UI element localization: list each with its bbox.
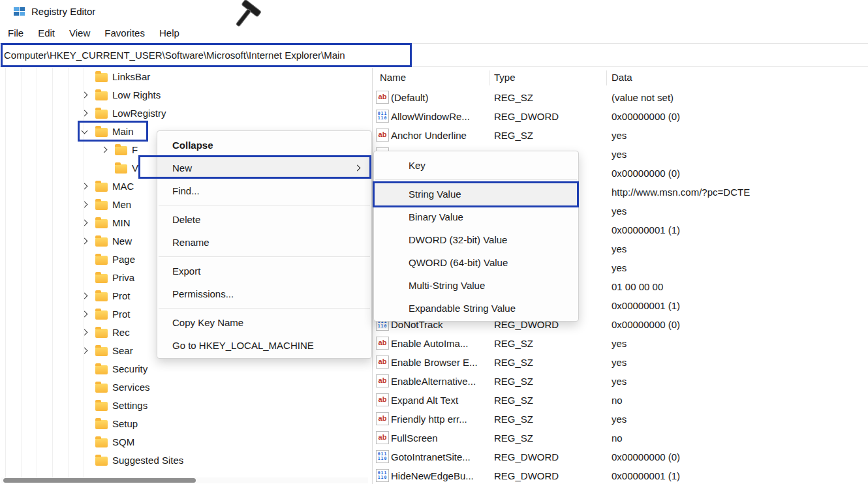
- window-title: Registry Editor: [31, 0, 95, 23]
- reg-sz-icon: ab: [376, 129, 389, 142]
- menubar-item-label: Favorites: [104, 27, 145, 38]
- chevron-icon[interactable]: [82, 238, 88, 245]
- value-type: REG_SZ: [494, 353, 533, 372]
- folder-icon: [115, 146, 127, 155]
- value-name: EnableAlternative...: [391, 372, 476, 391]
- chevron-icon[interactable]: [82, 202, 88, 208]
- tree-item-label: SQM: [112, 433, 134, 451]
- folder-icon: [95, 402, 108, 411]
- table-row[interactable]: ab Expand Alt Text REG_SZ no: [373, 391, 868, 410]
- menubar-item-help[interactable]: Help: [152, 23, 187, 43]
- column-header-type[interactable]: Type: [494, 68, 516, 87]
- tree-item-lowregistry[interactable]: LowRegistry: [0, 104, 372, 123]
- scrollbar-thumb[interactable]: [3, 478, 196, 483]
- value-name: FullScreen: [391, 429, 438, 447]
- tree-item-label: Priva: [112, 269, 134, 287]
- value-name: Anchor Underline: [391, 126, 467, 145]
- chevron-icon[interactable]: [82, 348, 88, 354]
- hammer-cursor-icon: [234, 0, 269, 35]
- folder-icon: [115, 164, 127, 174]
- table-row[interactable]: ab Enable AutoIma... REG_SZ yes: [373, 334, 868, 353]
- list-header: Name Type Data: [373, 68, 868, 87]
- folder-icon: [95, 347, 108, 356]
- menubar-item-label: Help: [159, 27, 179, 38]
- menu-item-new[interactable]: New: [157, 157, 371, 179]
- tree-item-label: Men: [112, 196, 131, 214]
- tree-item-label: Services: [112, 378, 150, 397]
- chevron-icon[interactable]: [82, 110, 88, 117]
- tree-item-low-rights[interactable]: Low Rights: [0, 86, 372, 104]
- address-bar-input[interactable]: Computer\HKEY_CURRENT_USER\Software\Micr…: [4, 44, 345, 67]
- menu-item-label: Go to HKEY_LOCAL_MACHINE: [172, 340, 314, 351]
- tree-item-linksbar[interactable]: LinksBar: [0, 68, 372, 86]
- horizontal-scrollbar[interactable]: [1, 477, 368, 483]
- menu-item-export[interactable]: Export: [157, 260, 371, 282]
- menu-item-key[interactable]: Key: [374, 154, 578, 177]
- tree-item-settings[interactable]: Settings: [0, 397, 372, 415]
- value-data: yes: [612, 258, 627, 277]
- menu-item-collapse[interactable]: Collapse: [157, 134, 371, 157]
- folder-icon: [95, 365, 108, 374]
- menu-item-rename[interactable]: Rename: [157, 231, 371, 254]
- address-bar: Computer\HKEY_CURRENT_USER\Software\Micr…: [0, 44, 868, 67]
- value-data: http://www.msn.com/?pc=DCTE: [612, 183, 750, 202]
- tree-item-label: LinksBar: [112, 68, 150, 86]
- chevron-icon[interactable]: [82, 311, 88, 318]
- menu-item-find[interactable]: Find...: [157, 179, 371, 202]
- menubar-item-edit[interactable]: Edit: [31, 23, 62, 43]
- chevron-icon[interactable]: [101, 147, 108, 153]
- value-type: REG_DWORD: [494, 466, 559, 484]
- column-resize-handle[interactable]: [606, 70, 607, 85]
- table-row[interactable]: 011110 AllowWindowRe... REG_DWORD 0x0000…: [373, 107, 868, 126]
- tree-item-suggested-sites[interactable]: Suggested Sites: [0, 451, 372, 470]
- column-header-data[interactable]: Data: [612, 68, 632, 87]
- reg-sz-icon: ab: [376, 374, 389, 387]
- table-row[interactable]: ab Enable Browser E... REG_SZ yes: [373, 353, 868, 372]
- table-row[interactable]: 011110 HideNewEdgeBu... REG_DWORD 0x0000…: [373, 466, 868, 484]
- submenu-arrow-icon: [354, 165, 361, 172]
- value-type: REG_SZ: [494, 334, 533, 353]
- table-row[interactable]: ab Anchor Underline REG_SZ yes: [373, 126, 868, 145]
- table-row[interactable]: 011110 GotoIntranetSite... REG_DWORD 0x0…: [373, 447, 868, 466]
- chevron-icon[interactable]: [82, 329, 88, 336]
- table-row[interactable]: ab EnableAlternative... REG_SZ yes: [373, 372, 868, 391]
- tree-item-setup[interactable]: Setup: [0, 415, 372, 433]
- menu-item-dword-32-bit-value[interactable]: DWORD (32-bit) Value: [374, 228, 578, 251]
- tree-item-sqm[interactable]: SQM: [0, 433, 372, 451]
- tree-item-label: Low Rights: [112, 86, 161, 104]
- tree-item-label: MAC: [112, 177, 134, 196]
- folder-icon: [95, 110, 108, 119]
- table-row[interactable]: ab Friendly http err... REG_SZ yes: [373, 410, 868, 429]
- tree-item-label: Setup: [112, 415, 138, 433]
- menubar-item-view[interactable]: View: [62, 23, 97, 43]
- chevron-icon[interactable]: [82, 183, 88, 190]
- menu-item-qword-64-bit-value[interactable]: QWORD (64-bit) Value: [374, 251, 578, 274]
- menu-item-copy-key-name[interactable]: Copy Key Name: [157, 311, 371, 334]
- tree-item-services[interactable]: Services: [0, 378, 372, 397]
- menu-item-delete[interactable]: Delete: [157, 208, 371, 231]
- menu-item-go-to-hkey-local-machine[interactable]: Go to HKEY_LOCAL_MACHINE: [157, 334, 371, 357]
- menu-item-label: Export: [172, 265, 200, 277]
- menubar-item-label: File: [8, 27, 23, 38]
- tree-item-label: V: [132, 159, 138, 177]
- folder-icon: [95, 128, 108, 137]
- menu-item-binary-value[interactable]: Binary Value: [374, 205, 578, 228]
- chevron-icon[interactable]: [82, 293, 88, 299]
- menu-item-string-value[interactable]: String Value: [374, 183, 578, 205]
- value-data: 0x00000000 (0): [612, 315, 680, 334]
- tree-item-label: Suggested Sites: [112, 451, 183, 470]
- tree-item-security[interactable]: Security: [0, 360, 372, 378]
- table-row[interactable]: ab (Default) REG_SZ (value not set): [373, 88, 868, 107]
- column-header-name[interactable]: Name: [380, 68, 406, 87]
- menu-item-permissions[interactable]: Permissions...: [157, 282, 371, 305]
- value-type: REG_SZ: [494, 429, 533, 447]
- chevron-icon[interactable]: [82, 92, 88, 98]
- menubar-item-favorites[interactable]: Favorites: [97, 23, 152, 43]
- menubar-item-file[interactable]: File: [1, 23, 31, 43]
- menu-item-expandable-string-value[interactable]: Expandable String Value: [374, 297, 578, 320]
- menu-item-multi-string-value[interactable]: Multi-String Value: [374, 274, 578, 297]
- table-row[interactable]: ab FullScreen REG_SZ no: [373, 429, 868, 447]
- chevron-icon[interactable]: [82, 220, 88, 226]
- column-resize-handle[interactable]: [489, 70, 489, 85]
- chevron-icon[interactable]: [82, 128, 88, 134]
